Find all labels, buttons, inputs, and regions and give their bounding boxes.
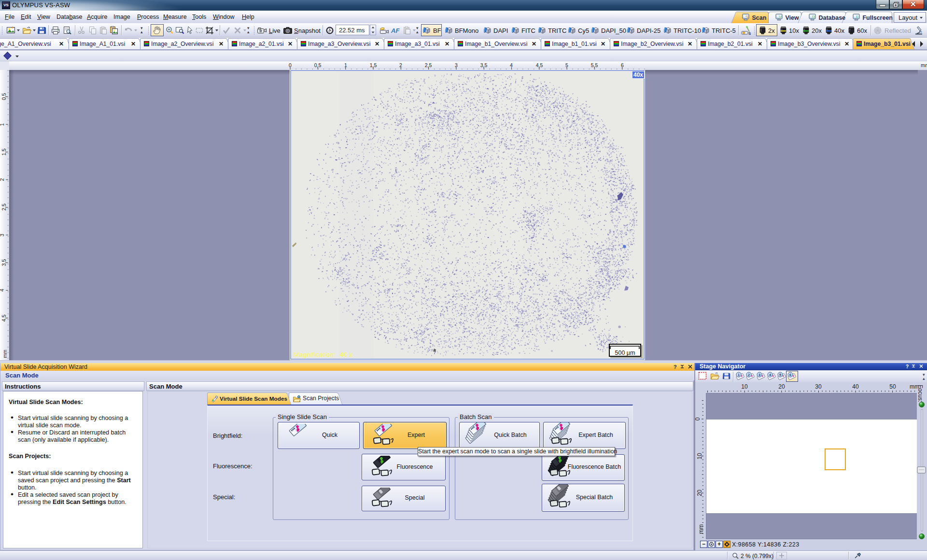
svg-text:?: ? [906,364,909,369]
svg-text:S: S [745,14,748,19]
svg-text:3: 3 [758,373,761,377]
svg-text:?: ? [674,364,677,370]
svg-text:D: D [812,14,815,19]
svg-text:2: 2 [748,373,750,377]
svg-text:S: S [748,31,751,36]
svg-text:1: 1 [738,373,740,377]
svg-text:4: 4 [769,373,772,377]
svg-text:F: F [856,14,859,19]
svg-text:5: 5 [779,373,782,377]
svg-text:6: 6 [789,373,792,377]
svg-text:V: V [779,14,782,19]
